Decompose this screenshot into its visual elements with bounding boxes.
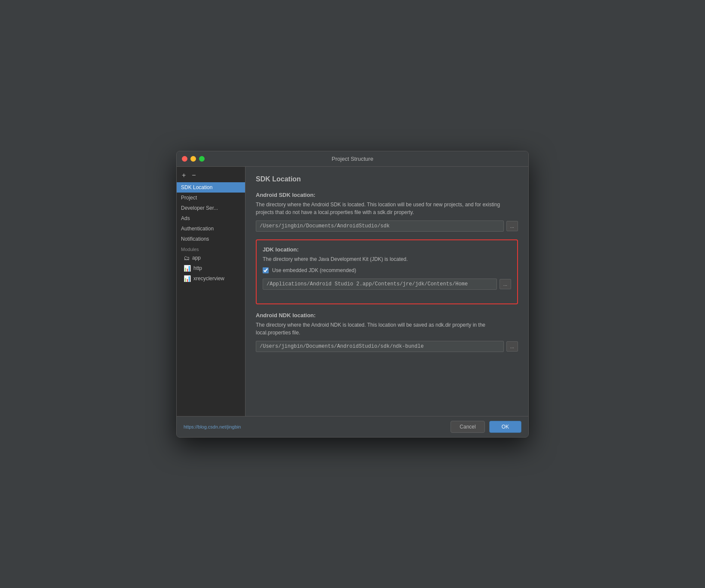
jdk-title: JDK location: bbox=[263, 246, 511, 253]
app-icon: 🗂 bbox=[184, 254, 190, 261]
jdk-checkbox-row: Use embedded JDK (recommended) bbox=[263, 267, 511, 273]
maximize-button[interactable] bbox=[199, 156, 205, 162]
jdk-browse-button[interactable]: ... bbox=[500, 279, 511, 289]
cancel-button[interactable]: Cancel bbox=[451, 421, 484, 433]
android-ndk-browse-button[interactable]: ... bbox=[506, 341, 518, 352]
sidebar-module-xrecyclerview[interactable]: 📊 xrecyclerview bbox=[177, 273, 245, 284]
sidebar-item-authentication[interactable]: Authentication bbox=[177, 224, 245, 234]
sidebar-item-project[interactable]: Project bbox=[177, 193, 245, 203]
sidebar-item-sdk-location[interactable]: SDK Location bbox=[177, 182, 245, 193]
ok-button[interactable]: OK bbox=[489, 421, 521, 433]
dialog-body: + − SDK Location Project Developer Ser..… bbox=[177, 167, 528, 416]
sidebar-module-app[interactable]: 🗂 app bbox=[177, 253, 245, 263]
android-sdk-description: The directory where the Android SDK is l… bbox=[256, 201, 518, 216]
jdk-path-row: ... bbox=[263, 279, 511, 290]
section-title: SDK Location bbox=[256, 175, 518, 183]
android-sdk-path-row: ... bbox=[256, 220, 518, 232]
modules-label: Modules bbox=[177, 244, 245, 253]
add-button[interactable]: + bbox=[180, 172, 187, 179]
android-sdk-browse-button[interactable]: ... bbox=[506, 221, 518, 231]
footer-link[interactable]: https://blog.csdn.net/jingbin bbox=[184, 424, 241, 429]
android-sdk-title: Android SDK location: bbox=[256, 192, 518, 198]
embedded-jdk-checkbox[interactable] bbox=[263, 267, 269, 273]
android-ndk-path-row: ... bbox=[256, 341, 518, 352]
main-content: SDK Location Android SDK location: The d… bbox=[245, 167, 528, 416]
close-button[interactable] bbox=[182, 156, 187, 162]
sidebar-toolbar: + − bbox=[177, 170, 245, 181]
jdk-section: JDK location: The directory where the Ja… bbox=[256, 239, 518, 304]
jdk-path-input[interactable] bbox=[263, 279, 497, 290]
android-ndk-title: Android NDK location: bbox=[256, 312, 518, 318]
title-bar: Project Structure bbox=[177, 151, 528, 167]
window-controls bbox=[182, 156, 205, 162]
project-structure-dialog: Project Structure + − SDK Location Proje… bbox=[176, 151, 529, 438]
android-sdk-section: Android SDK location: The directory wher… bbox=[256, 192, 518, 232]
remove-button[interactable]: − bbox=[190, 172, 197, 179]
sidebar: + − SDK Location Project Developer Ser..… bbox=[177, 167, 245, 416]
sidebar-item-ads[interactable]: Ads bbox=[177, 213, 245, 224]
android-sdk-path-input[interactable] bbox=[256, 220, 504, 232]
android-ndk-section: Android NDK location: The directory wher… bbox=[256, 312, 518, 352]
minimize-button[interactable] bbox=[190, 156, 196, 162]
dialog-footer: https://blog.csdn.net/jingbin Cancel OK bbox=[177, 416, 528, 437]
http-icon: 📊 bbox=[184, 265, 191, 272]
jdk-description: The directory where the Java Development… bbox=[263, 255, 511, 263]
sidebar-module-http[interactable]: 📊 http bbox=[177, 263, 245, 273]
sidebar-item-developer-services[interactable]: Developer Ser... bbox=[177, 203, 245, 213]
android-ndk-path-input[interactable] bbox=[256, 341, 504, 352]
xrecyclerview-icon: 📊 bbox=[184, 275, 191, 282]
sidebar-item-notifications[interactable]: Notifications bbox=[177, 234, 245, 244]
window-title: Project Structure bbox=[332, 156, 374, 162]
android-ndk-description: The directory where the Android NDK is l… bbox=[256, 321, 518, 337]
embedded-jdk-label[interactable]: Use embedded JDK (recommended) bbox=[272, 267, 356, 273]
